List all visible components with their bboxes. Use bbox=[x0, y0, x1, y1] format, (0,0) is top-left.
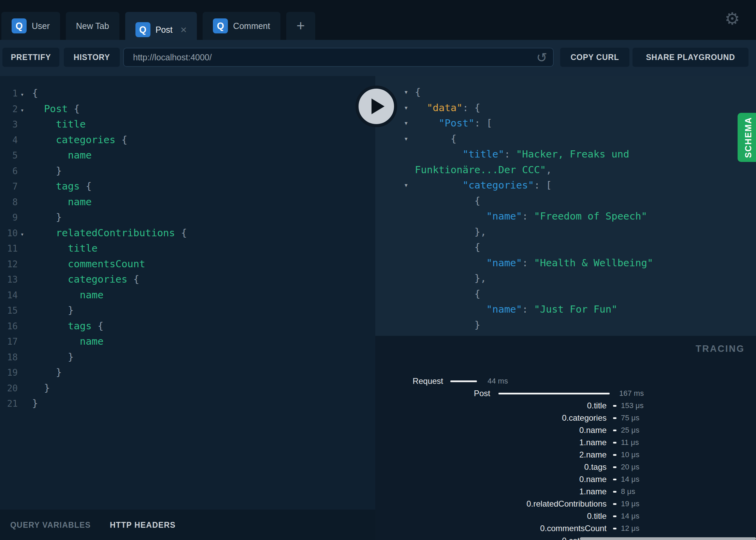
trace-duration-bar bbox=[613, 528, 616, 529]
query-badge-icon: Q bbox=[135, 22, 150, 37]
trace-row: Post167 ms bbox=[375, 388, 756, 399]
result-line: Funktionäre...Der CCC", bbox=[375, 162, 756, 178]
query-line: 7tags { bbox=[0, 179, 375, 194]
result-line: ▾"data": { bbox=[375, 100, 756, 116]
trace-row: 0.name25 μs bbox=[375, 425, 756, 436]
horizontal-scrollbar[interactable] bbox=[580, 537, 756, 540]
query-line: 19} bbox=[0, 365, 375, 380]
tab-user[interactable]: QUser bbox=[1, 12, 60, 40]
trace-duration: 44 ms bbox=[488, 376, 508, 387]
query-line: 1▾{ bbox=[0, 86, 375, 101]
query-line: 4categories { bbox=[0, 132, 375, 148]
query-line: 17name bbox=[0, 334, 375, 349]
line-number: 19 bbox=[0, 365, 18, 381]
line-number: 12 bbox=[0, 257, 18, 272]
query-badge-icon: Q bbox=[213, 18, 228, 33]
query-line: 11title bbox=[0, 241, 375, 256]
tab-label: Post bbox=[156, 25, 173, 35]
trace-row: 1.name11 μs bbox=[375, 437, 756, 448]
line-number: 17 bbox=[0, 334, 18, 350]
result-line: { bbox=[375, 193, 756, 209]
query-line: 15} bbox=[0, 303, 375, 318]
trace-label: 0.commentsCount bbox=[375, 523, 607, 534]
trace-duration: 8 μs bbox=[621, 486, 635, 497]
line-number: 7 bbox=[0, 179, 18, 195]
trace-duration: 20 μs bbox=[621, 462, 639, 472]
schema-tab-label: SCHEMA bbox=[743, 117, 753, 158]
query-line: 12commentsCount bbox=[0, 256, 375, 272]
trace-label: 0.categories bbox=[375, 412, 607, 423]
trace-label: 0.name bbox=[375, 474, 607, 485]
trace-label: 0.title bbox=[375, 400, 607, 411]
history-button[interactable]: HISTORY bbox=[64, 48, 120, 67]
result-line: { bbox=[375, 286, 756, 302]
line-number: 3 bbox=[0, 117, 18, 133]
trace-row: 1.name8 μs bbox=[375, 486, 756, 497]
share-playground-button[interactable]: SHARE PLAYGROUND bbox=[633, 48, 748, 67]
trace-duration: 25 μs bbox=[621, 425, 639, 436]
query-line: 18} bbox=[0, 349, 375, 365]
fold-arrow-icon[interactable]: ▾ bbox=[405, 100, 415, 116]
query-line: 20} bbox=[0, 380, 375, 396]
fold-arrow-icon[interactable]: ▾ bbox=[18, 87, 32, 103]
close-tab-icon[interactable]: × bbox=[180, 24, 187, 35]
line-number: 11 bbox=[0, 241, 18, 257]
line-number: 14 bbox=[0, 288, 18, 303]
line-number: 21 bbox=[0, 396, 18, 412]
trace-duration: 19 μs bbox=[621, 498, 639, 509]
tab-label: Comment bbox=[233, 21, 270, 31]
execute-query-button[interactable] bbox=[355, 86, 397, 127]
http-headers-tab[interactable]: HTTP HEADERS bbox=[110, 510, 176, 540]
result-line: { bbox=[375, 240, 756, 255]
result-line: "name": "Health & Wellbeing" bbox=[375, 255, 756, 271]
trace-label: 0.relatedContributions bbox=[375, 498, 607, 509]
prettify-button[interactable]: PRETTIFY bbox=[2, 48, 59, 67]
play-icon bbox=[372, 99, 384, 114]
result-line: ▾"categories": [ bbox=[375, 178, 756, 193]
fold-arrow-icon[interactable]: ▾ bbox=[405, 85, 415, 100]
endpoint-url-input[interactable] bbox=[123, 48, 554, 67]
result-line: ▾{ bbox=[375, 85, 756, 100]
result-line: "name": "Just For Fun" bbox=[375, 302, 756, 317]
toolbar: PRETTIFY HISTORY ↺ COPY CURL SHARE PLAYG… bbox=[0, 40, 756, 76]
new-tab-button[interactable]: + bbox=[286, 12, 315, 40]
tracing-title: TRACING bbox=[696, 344, 745, 354]
query-variables-tab[interactable]: QUERY VARIABLES bbox=[10, 510, 91, 540]
trace-duration-bar bbox=[613, 405, 616, 407]
trace-row: 0.commentsCount12 μs bbox=[375, 523, 756, 534]
query-editor[interactable]: 1▾{2▾Post {3title4categories {5name6}7ta… bbox=[0, 76, 375, 510]
line-number: 5 bbox=[0, 148, 18, 164]
query-line: 3title bbox=[0, 117, 375, 132]
trace-duration: 14 μs bbox=[621, 474, 639, 485]
fold-arrow-icon[interactable]: ▾ bbox=[405, 178, 415, 193]
trace-duration-bar bbox=[450, 380, 477, 382]
result-line: ▾{ bbox=[375, 131, 756, 147]
fold-arrow-icon[interactable]: ▾ bbox=[405, 116, 415, 131]
top-bar: QUserNew TabQPost×QComment+ ⚙ bbox=[0, 0, 756, 40]
fold-arrow-icon[interactable]: ▾ bbox=[18, 227, 32, 242]
trace-label: 0.title bbox=[375, 511, 607, 522]
trace-duration: 153 μs bbox=[621, 400, 644, 411]
trace-label: Post bbox=[375, 388, 490, 399]
line-number: 20 bbox=[0, 381, 18, 396]
settings-gear-icon[interactable]: ⚙ bbox=[725, 9, 740, 29]
trace-duration-bar bbox=[613, 466, 616, 468]
copy-curl-button[interactable]: COPY CURL bbox=[560, 48, 629, 67]
tab-comment[interactable]: QComment bbox=[203, 12, 280, 40]
trace-duration-bar bbox=[613, 430, 616, 431]
tab-label: User bbox=[32, 21, 50, 31]
trace-duration: 167 ms bbox=[619, 388, 644, 399]
reload-schema-icon[interactable]: ↺ bbox=[536, 50, 547, 65]
trace-label: 0.tags bbox=[375, 462, 607, 472]
line-number: 10 bbox=[0, 226, 18, 241]
query-line: 9} bbox=[0, 210, 375, 225]
fold-arrow-icon[interactable]: ▾ bbox=[18, 103, 32, 118]
trace-row: 0.categories75 μs bbox=[375, 412, 756, 423]
response-viewer[interactable]: ▾{▾"data": {▾"Post": [▾{"title": "Hacker… bbox=[375, 76, 756, 336]
schema-side-tab[interactable]: SCHEMA bbox=[738, 113, 756, 162]
line-number: 15 bbox=[0, 303, 18, 319]
tab-new-tab[interactable]: New Tab bbox=[66, 12, 119, 40]
trace-duration: 10 μs bbox=[621, 449, 639, 460]
fold-arrow-icon[interactable]: ▾ bbox=[405, 131, 415, 147]
tracing-panel[interactable]: TRACING Request44 msPost167 ms0.title153… bbox=[375, 336, 756, 540]
